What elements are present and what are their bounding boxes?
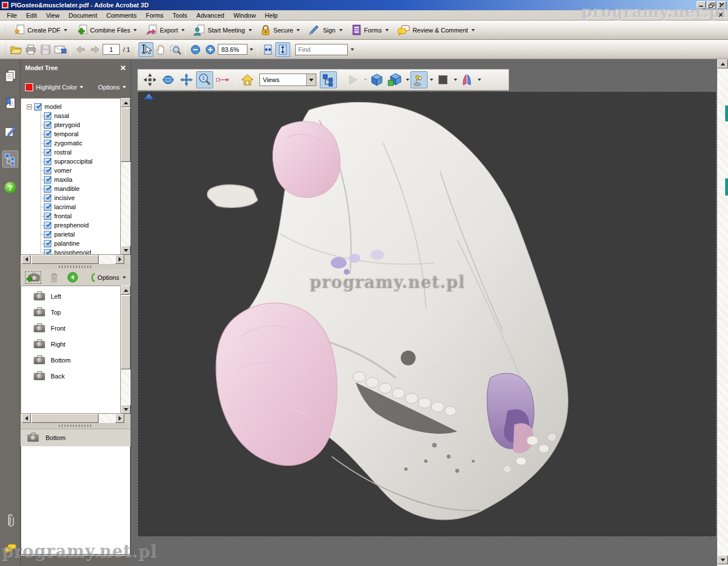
document-scrollbar[interactable] bbox=[717, 59, 728, 566]
cross-section-button[interactable] bbox=[458, 71, 475, 88]
menu-forms[interactable]: Forms bbox=[141, 11, 168, 20]
dropdown-caret-icon[interactable] bbox=[471, 29, 475, 31]
dropdown-caret-icon[interactable] bbox=[64, 29, 67, 31]
dropdown-caret-icon[interactable] bbox=[123, 276, 126, 279]
play-animation-button[interactable] bbox=[344, 71, 361, 88]
model-tree-item[interactable]: lacrimal bbox=[21, 202, 120, 211]
lighting-button[interactable] bbox=[410, 71, 428, 88]
current-view-row[interactable]: Bottom bbox=[21, 429, 131, 446]
email-button[interactable] bbox=[53, 42, 68, 57]
review-comment-button[interactable]: Review & Comment bbox=[393, 22, 479, 39]
canvas-3d[interactable]: programy.net.pl bbox=[137, 91, 717, 537]
model-tree-item[interactable]: rostral bbox=[21, 148, 120, 157]
scroll-down-button[interactable] bbox=[121, 246, 131, 255]
fit-page-button[interactable] bbox=[275, 42, 290, 57]
dropdown-caret-icon[interactable] bbox=[430, 79, 433, 81]
bookmarks-panel-button[interactable] bbox=[2, 95, 18, 112]
measure-tool-button[interactable] bbox=[214, 71, 231, 88]
dropdown-caret-icon[interactable] bbox=[249, 29, 252, 31]
how-to-panel-button[interactable] bbox=[2, 179, 18, 196]
zoom-level-display[interactable]: 83.6% bbox=[218, 44, 247, 55]
previous-view-button[interactable] bbox=[73, 42, 88, 57]
dropdown-caret-icon[interactable] bbox=[296, 29, 300, 31]
open-button[interactable] bbox=[9, 42, 23, 57]
panel-splitter[interactable] bbox=[21, 264, 131, 269]
page-number-input[interactable] bbox=[103, 44, 120, 55]
view-item-left[interactable]: Left bbox=[21, 288, 120, 304]
menu-advanced[interactable]: Advanced bbox=[192, 11, 229, 20]
save-button[interactable] bbox=[38, 42, 53, 57]
view-item-right[interactable]: Right bbox=[21, 336, 120, 352]
forms-button[interactable]: Forms bbox=[347, 22, 393, 39]
menu-help[interactable]: Help bbox=[261, 11, 283, 20]
pan-tool-button[interactable] bbox=[178, 71, 195, 88]
collapse-icon[interactable] bbox=[27, 104, 32, 109]
rotate-tool-button[interactable] bbox=[141, 71, 158, 88]
fit-width-button[interactable] bbox=[261, 42, 275, 57]
view-item-front[interactable]: Front bbox=[21, 320, 120, 336]
model-tree-item[interactable]: nasal bbox=[21, 111, 120, 120]
model-tree-item[interactable]: zygomatic bbox=[21, 139, 120, 148]
zoom-tool-button[interactable] bbox=[196, 71, 213, 88]
annotation-triangle-icon[interactable] bbox=[143, 93, 155, 100]
select-tool-button[interactable] bbox=[139, 42, 153, 57]
model-tree-item[interactable]: presphenoid bbox=[21, 221, 120, 230]
model-tree-item[interactable]: frontal bbox=[21, 211, 120, 221]
menu-document[interactable]: Document bbox=[64, 11, 101, 20]
dropdown-caret-icon[interactable] bbox=[133, 29, 137, 31]
hand-tool-button[interactable] bbox=[153, 42, 168, 57]
use-default-model-button[interactable] bbox=[368, 71, 385, 88]
scrollbar-thumb[interactable] bbox=[121, 108, 131, 162]
pages-panel-button[interactable] bbox=[2, 67, 18, 84]
dropdown-caret-icon[interactable] bbox=[478, 79, 481, 81]
scrollbar-thumb[interactable] bbox=[31, 414, 99, 423]
dropdown-caret-icon[interactable] bbox=[364, 79, 367, 81]
scrollbar-thumb[interactable] bbox=[31, 255, 99, 264]
views-scrollbar[interactable] bbox=[121, 286, 131, 414]
model-tree-item[interactable]: parietal bbox=[21, 230, 120, 239]
comments-list-panel-button[interactable] bbox=[2, 540, 18, 557]
model-tree-item[interactable]: incisive bbox=[21, 193, 120, 202]
scroll-up-button[interactable] bbox=[121, 286, 131, 295]
scroll-down-button[interactable] bbox=[717, 555, 728, 564]
zoom-dropdown-caret-icon[interactable] bbox=[250, 48, 253, 51]
zoom-out-button[interactable] bbox=[188, 42, 203, 57]
scroll-left-button[interactable] bbox=[22, 255, 31, 264]
model-tree-scrollbar[interactable] bbox=[121, 98, 131, 255]
scroll-up-button[interactable] bbox=[121, 98, 131, 107]
scroll-right-button[interactable] bbox=[115, 414, 124, 423]
model-tree-root[interactable]: model bbox=[21, 102, 120, 111]
view-item-bottom[interactable]: Bottom bbox=[21, 352, 120, 368]
dropdown-caret-icon[interactable] bbox=[339, 29, 343, 31]
skull-3d-model[interactable] bbox=[138, 92, 717, 537]
panel-splitter[interactable] bbox=[21, 423, 131, 428]
restore-button[interactable] bbox=[707, 1, 716, 9]
marquee-zoom-button[interactable] bbox=[168, 42, 183, 57]
scroll-up-button[interactable] bbox=[717, 59, 728, 68]
comments-panel-button[interactable] bbox=[2, 123, 18, 140]
model-tree-item[interactable]: vomer bbox=[21, 166, 120, 175]
default-view-button[interactable] bbox=[239, 71, 256, 88]
zoom-in-button[interactable] bbox=[203, 42, 218, 57]
model-tree-item[interactable]: mandible bbox=[21, 184, 120, 193]
dropdown-caret-icon[interactable] bbox=[80, 86, 83, 88]
model-tree-item[interactable]: basisphenoid bbox=[21, 248, 120, 255]
view-item-top[interactable]: Top bbox=[21, 304, 120, 320]
views-hscrollbar[interactable] bbox=[22, 414, 124, 423]
views-dropdown[interactable]: Views bbox=[259, 74, 316, 86]
sign-button[interactable]: Sign bbox=[304, 22, 346, 39]
menu-view[interactable]: View bbox=[42, 11, 64, 20]
model-tree-hscrollbar[interactable] bbox=[22, 255, 124, 264]
model-tree-options-label[interactable]: Options bbox=[98, 84, 120, 91]
model-tree-item[interactable]: maxila bbox=[21, 175, 120, 184]
scroll-left-button[interactable] bbox=[22, 414, 31, 423]
model-tree-item[interactable]: palantine bbox=[21, 239, 120, 248]
dropdown-caret-icon[interactable] bbox=[385, 29, 389, 31]
create-view-button[interactable] bbox=[25, 271, 41, 284]
model-tree-item[interactable]: temporal bbox=[21, 129, 120, 139]
toolbar-close-icon[interactable] bbox=[718, 12, 723, 18]
next-view-button[interactable] bbox=[88, 42, 103, 57]
highlight-color-label[interactable]: Highlight Color bbox=[36, 84, 77, 91]
scroll-right-button[interactable] bbox=[115, 255, 124, 264]
close-button[interactable] bbox=[717, 1, 726, 9]
